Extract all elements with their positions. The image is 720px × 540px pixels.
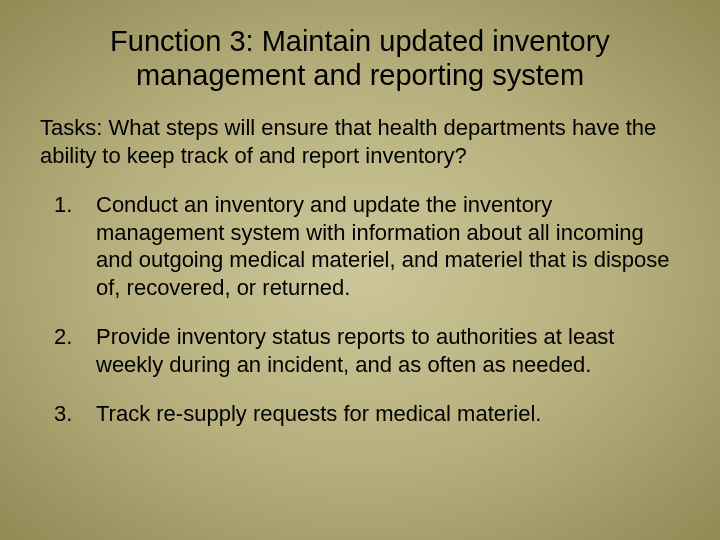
- list-item: Track re-supply requests for medical mat…: [40, 400, 680, 428]
- tasks-prompt: Tasks: What steps will ensure that healt…: [40, 114, 680, 169]
- slide-title: Function 3: Maintain updated inventory m…: [80, 24, 640, 92]
- list-item: Conduct an inventory and update the inve…: [40, 191, 680, 301]
- list-item: Provide inventory status reports to auth…: [40, 323, 680, 378]
- slide: Function 3: Maintain updated inventory m…: [0, 0, 720, 540]
- task-list: Conduct an inventory and update the inve…: [40, 191, 680, 428]
